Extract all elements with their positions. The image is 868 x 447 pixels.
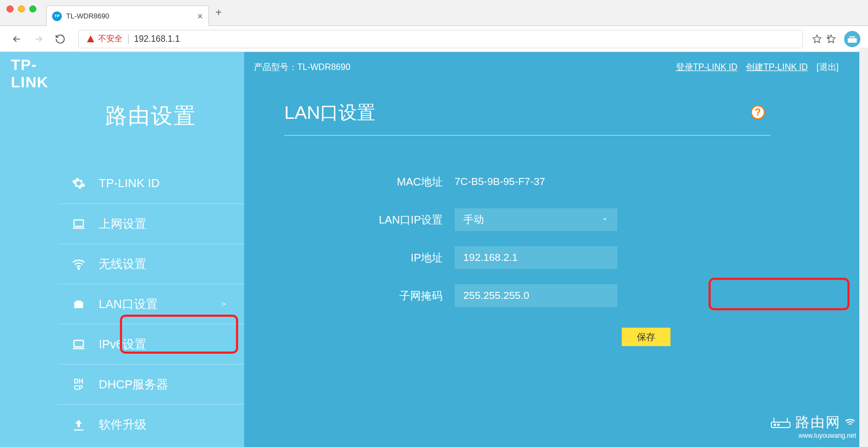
address-bar: 不安全 192.168.1.1 bbox=[0, 26, 868, 52]
favicon-tplink-icon: TP bbox=[52, 11, 62, 21]
caret-down-icon bbox=[601, 214, 609, 226]
sidebar-item-label: DHCP服务器 bbox=[99, 376, 168, 393]
laptop-icon bbox=[71, 336, 87, 353]
ethernet-icon bbox=[71, 296, 87, 312]
insecure-badge: 不安全 bbox=[86, 34, 123, 44]
tab-title: TL-WDR8690 bbox=[66, 12, 109, 20]
url-text: 192.168.1.1 bbox=[134, 34, 180, 44]
laptop-icon bbox=[71, 216, 87, 232]
page-scrollbar[interactable] bbox=[859, 48, 868, 447]
help-icon[interactable]: ? bbox=[751, 105, 765, 119]
close-window-button[interactable] bbox=[7, 5, 14, 12]
logout-link[interactable]: [退出] bbox=[816, 62, 839, 73]
url-field[interactable]: 不安全 192.168.1.1 bbox=[78, 30, 803, 48]
browser-tab[interactable]: TP TL-WDR8690 × bbox=[46, 5, 209, 26]
wifi-icon bbox=[71, 256, 87, 272]
close-tab-icon[interactable]: × bbox=[197, 11, 203, 21]
svg-point-9 bbox=[777, 424, 779, 425]
wifi-icon bbox=[844, 417, 856, 429]
minimize-window-button[interactable] bbox=[18, 5, 25, 12]
svg-rect-6 bbox=[74, 340, 83, 347]
sidebar-item-label: 无线设置 bbox=[99, 256, 146, 272]
mask-label: 子网掩码 bbox=[284, 289, 455, 303]
subnet-mask-input[interactable]: 255.255.255.0 bbox=[455, 284, 617, 307]
lan-settings-form: MAC地址 7C-B5-9B-95-F7-37 LAN口IP设置 手动 IP地址… bbox=[284, 163, 868, 346]
create-id-link[interactable]: 创建TP-LINK ID bbox=[746, 62, 808, 73]
login-link[interactable]: 登录TP-LINK ID bbox=[676, 62, 738, 73]
svg-rect-4 bbox=[74, 220, 83, 226]
decorative-strip: TP-LINK bbox=[0, 52, 58, 447]
router-admin-page: TP-LINK 路由设置 TP-LINK ID 上网设置 无线设置 LAN口设置… bbox=[0, 52, 868, 447]
sidebar-title: 路由设置 bbox=[58, 101, 244, 131]
svg-point-5 bbox=[78, 268, 79, 269]
sidebar: 路由设置 TP-LINK ID 上网设置 无线设置 LAN口设置 ＞ IPv6设… bbox=[58, 52, 244, 447]
profile-avatar[interactable] bbox=[844, 31, 860, 47]
mac-value: 7C-B5-9B-95-F7-37 bbox=[455, 176, 617, 188]
lan-ip-mode-label: LAN口IP设置 bbox=[284, 213, 455, 227]
ip-label: IP地址 bbox=[284, 251, 455, 265]
browser-tab-strip: TP TL-WDR8690 × + bbox=[0, 0, 868, 26]
main-content: 产品型号：TL-WDR8690 登录TP-LINK ID 创建TP-LINK I… bbox=[244, 52, 868, 447]
new-tab-button[interactable]: + bbox=[209, 2, 228, 23]
refresh-button[interactable] bbox=[51, 30, 69, 48]
sidebar-item-label: TP-LINK ID bbox=[99, 176, 159, 190]
watermark-name: 路由网 bbox=[795, 413, 841, 432]
dhcp-icon: DHCP bbox=[71, 376, 87, 393]
svg-rect-3 bbox=[850, 36, 855, 37]
sidebar-item-label: IPv6设置 bbox=[99, 336, 146, 353]
favorite-star-icon[interactable] bbox=[812, 34, 822, 44]
sidebar-item-label: 上网设置 bbox=[99, 216, 146, 232]
divider bbox=[284, 135, 770, 136]
page-title: LAN口设置 bbox=[284, 100, 868, 125]
product-model: 产品型号：TL-WDR8690 bbox=[254, 62, 350, 73]
back-button[interactable] bbox=[8, 30, 26, 48]
router-icon bbox=[769, 415, 792, 430]
chevron-right-icon: ＞ bbox=[219, 298, 228, 310]
mask-value: 255.255.255.0 bbox=[463, 290, 529, 302]
sidebar-item-wan[interactable]: 上网设置 bbox=[58, 203, 244, 244]
upload-icon bbox=[71, 417, 87, 433]
ip-input[interactable]: 192.168.2.1 bbox=[455, 246, 617, 269]
sidebar-item-label: LAN口设置 bbox=[99, 296, 158, 312]
window-controls bbox=[7, 0, 46, 25]
svg-point-8 bbox=[774, 424, 776, 425]
svg-rect-0 bbox=[848, 38, 857, 42]
maximize-window-button[interactable] bbox=[29, 5, 36, 12]
watermark: 路由网 www.luyouwang.net bbox=[769, 413, 856, 439]
watermark-url: www.luyouwang.net bbox=[769, 432, 856, 439]
save-button[interactable]: 保存 bbox=[622, 328, 671, 346]
gear-icon bbox=[71, 175, 87, 191]
separator bbox=[128, 34, 129, 44]
save-button-label: 保存 bbox=[637, 331, 655, 343]
ip-value: 192.168.2.1 bbox=[463, 252, 518, 264]
mac-label: MAC地址 bbox=[284, 175, 455, 189]
lan-ip-mode-select[interactable]: 手动 bbox=[455, 208, 617, 231]
lan-ip-mode-value: 手动 bbox=[463, 213, 484, 227]
insecure-label: 不安全 bbox=[98, 34, 123, 44]
forward-button[interactable] bbox=[29, 30, 48, 48]
top-bar: 产品型号：TL-WDR8690 登录TP-LINK ID 创建TP-LINK I… bbox=[244, 52, 868, 73]
sidebar-item-ipv6[interactable]: IPv6设置 bbox=[58, 324, 244, 364]
sidebar-item-label: 软件升级 bbox=[99, 417, 146, 433]
sidebar-item-lan[interactable]: LAN口设置 ＞ bbox=[58, 284, 244, 324]
sidebar-item-wireless[interactable]: 无线设置 bbox=[58, 244, 244, 284]
sidebar-item-upgrade[interactable]: 软件升级 bbox=[58, 404, 244, 444]
reading-list-icon[interactable] bbox=[826, 34, 837, 44]
sidebar-item-dhcp[interactable]: DHCP DHCP服务器 bbox=[58, 364, 244, 404]
sidebar-item-tplink-id[interactable]: TP-LINK ID bbox=[58, 163, 244, 203]
